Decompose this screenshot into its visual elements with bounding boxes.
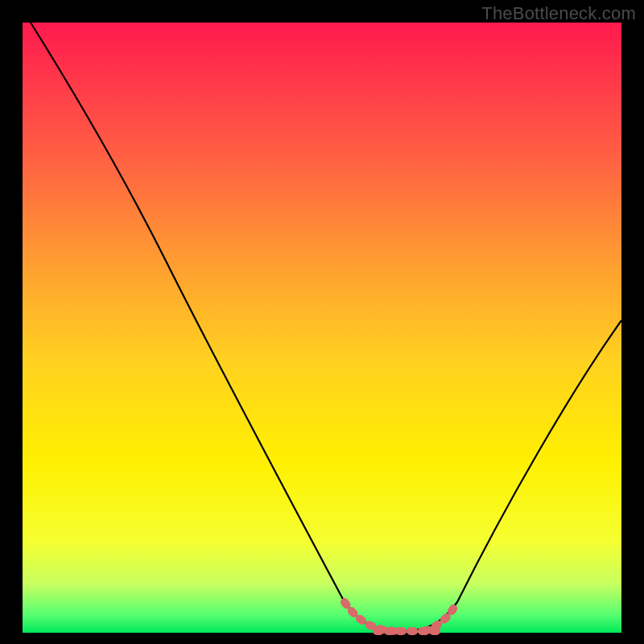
curve-path	[31, 23, 621, 631]
minimum-marker-right	[425, 602, 457, 631]
bottleneck-curve	[23, 23, 621, 633]
chart-frame: TheBottleneck.com	[0, 0, 644, 644]
minimum-marker-left	[345, 602, 401, 631]
plot-area	[23, 23, 621, 633]
watermark-text: TheBottleneck.com	[481, 3, 636, 24]
